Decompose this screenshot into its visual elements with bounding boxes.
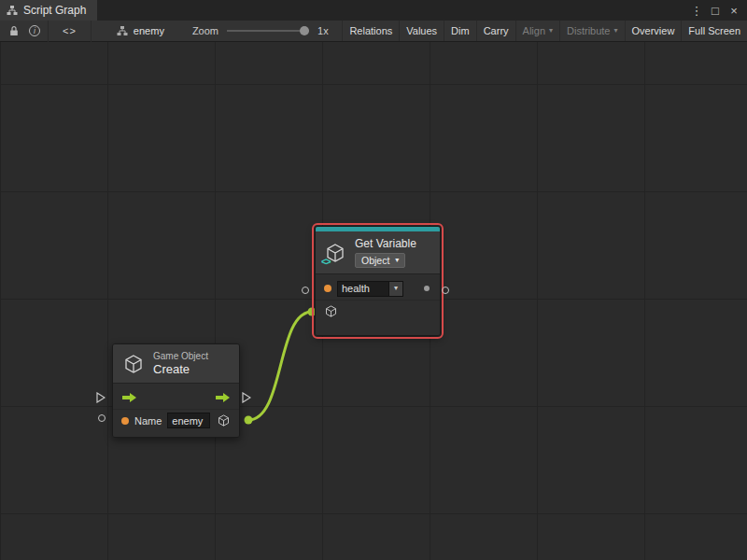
flow-output-arrow-icon[interactable] <box>215 392 231 403</box>
get-variable-header: <> Get Variable Object ▾ <box>316 231 440 273</box>
graph-toolbar: i <> enemy Zoom 1x Relations Values Dim … <box>0 21 747 42</box>
lock-icon[interactable] <box>4 21 24 41</box>
carry-button[interactable]: Carry <box>476 21 515 41</box>
name-param-row: Name <box>113 409 239 431</box>
values-label: Values <box>406 25 437 36</box>
zoom-label: Zoom <box>192 25 218 36</box>
maximize-icon[interactable]: □ <box>707 2 724 19</box>
carry-label: Carry <box>484 25 509 36</box>
game-object-icon[interactable] <box>324 304 338 318</box>
info-glyph: i <box>29 25 40 36</box>
info-icon[interactable]: i <box>24 21 45 41</box>
param-label: Name <box>134 415 162 427</box>
zoom-slider-handle[interactable] <box>300 26 309 35</box>
node-create[interactable]: Game Object Create Name <box>112 343 240 438</box>
value-input-port[interactable] <box>121 417 129 425</box>
node-title: Create <box>153 362 208 376</box>
window-controls: ⋮ □ × <box>688 0 747 21</box>
current-graph: enemy <box>117 25 164 36</box>
chevron-down-icon: ▾ <box>394 285 398 292</box>
dim-button[interactable]: Dim <box>444 21 476 41</box>
variable-scope-dropdown[interactable]: Object ▾ <box>355 253 405 268</box>
align-label: Align <box>523 25 545 36</box>
titlebar: Script Graph ⋮ □ × <box>0 0 747 21</box>
scope-label: Object <box>361 255 389 266</box>
values-button[interactable]: Values <box>399 21 444 41</box>
full-screen-label: Full Screen <box>688 25 740 36</box>
code-badge-icon: <> <box>321 257 331 267</box>
script-graph-icon <box>7 6 18 15</box>
overview-label: Overview <box>632 25 675 36</box>
graph-icon <box>117 26 128 35</box>
zoom-level: 1x <box>317 25 329 36</box>
kebab-menu-icon[interactable]: ⋮ <box>688 2 705 19</box>
create-header: Game Object Create <box>113 344 239 383</box>
get-variable-body: ▾ <box>316 273 440 335</box>
chevron-down-icon: ▾ <box>549 27 553 35</box>
overview-button[interactable]: Overview <box>625 21 682 41</box>
value-input-port[interactable] <box>324 285 331 292</box>
toolbar-separator <box>91 21 92 42</box>
flow-row <box>113 386 239 409</box>
create-body: Name <box>113 383 239 437</box>
node-category: Game Object <box>153 351 208 361</box>
create-flow-output-port[interactable] <box>242 392 251 403</box>
graph-name-label: enemy <box>134 25 164 36</box>
game-object-output-icon[interactable] <box>217 413 231 427</box>
node-title: Get Variable <box>355 237 416 250</box>
code-view-button[interactable]: <> <box>51 21 88 41</box>
dim-label: Dim <box>451 25 470 36</box>
tab-script-graph[interactable]: Script Graph <box>0 0 97 21</box>
zoom-slider[interactable] <box>227 30 309 32</box>
relations-label: Relations <box>349 25 392 36</box>
toolbar-buttons: Relations Values Dim Carry Align ▾ Distr… <box>342 21 747 41</box>
create-name-input-port[interactable] <box>98 414 106 422</box>
relations-button[interactable]: Relations <box>342 21 399 41</box>
name-param-input[interactable] <box>167 413 210 428</box>
chevron-down-icon: ▾ <box>395 257 399 264</box>
value-output-dot[interactable] <box>424 286 430 291</box>
variable-cube-icon: <> <box>324 242 346 264</box>
wire-source-port[interactable] <box>245 416 253 425</box>
chevron-down-icon: ▾ <box>614 27 618 35</box>
variable-name-input[interactable] <box>337 281 389 297</box>
close-icon[interactable]: × <box>726 2 742 19</box>
game-object-cube-icon <box>122 353 145 375</box>
get-variable-output-port[interactable] <box>442 287 449 294</box>
align-button: Align ▾ <box>515 21 559 41</box>
graph-canvas[interactable]: <> Get Variable Object ▾ ▾ <box>0 42 747 560</box>
flow-input-arrow-icon[interactable] <box>121 392 137 403</box>
get-variable-left-port[interactable] <box>302 287 309 294</box>
create-flow-input-port[interactable] <box>96 392 106 403</box>
connection-wire[interactable] <box>248 312 312 420</box>
variable-name-row: ▾ <box>316 277 440 300</box>
variable-name-dropdown[interactable]: ▾ <box>389 281 403 297</box>
distribute-button: Distribute ▾ <box>559 21 624 41</box>
node-get-variable[interactable]: <> Get Variable Object ▾ ▾ <box>315 226 441 336</box>
object-input-row <box>316 300 440 322</box>
full-screen-button[interactable]: Full Screen <box>681 21 747 41</box>
tab-title: Script Graph <box>23 4 86 17</box>
distribute-label: Distribute <box>567 25 610 36</box>
toolbar-separator <box>48 21 49 42</box>
